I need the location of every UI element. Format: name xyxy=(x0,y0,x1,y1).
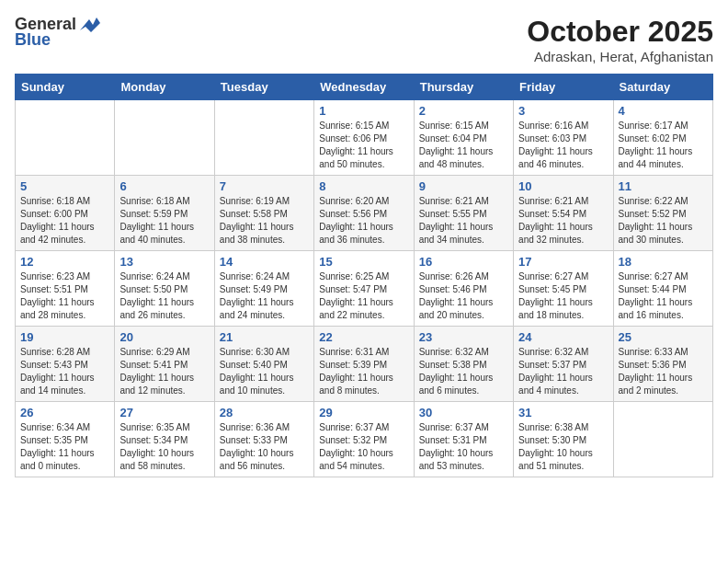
day-info: Sunrise: 6:27 AM Sunset: 5:45 PM Dayligh… xyxy=(518,270,608,322)
day-number: 22 xyxy=(319,330,408,344)
day-info: Sunrise: 6:32 AM Sunset: 5:37 PM Dayligh… xyxy=(518,346,608,397)
day-number: 29 xyxy=(319,406,408,419)
weekday-header-thursday: Thursday xyxy=(414,75,513,100)
day-info: Sunrise: 6:29 AM Sunset: 5:41 PM Dayligh… xyxy=(119,346,209,397)
day-number: 20 xyxy=(119,330,209,344)
svg-marker-0 xyxy=(80,17,100,32)
calendar-cell: 21Sunrise: 6:30 AM Sunset: 5:40 PM Dayli… xyxy=(214,327,313,402)
calendar-cell: 15Sunrise: 6:25 AM Sunset: 5:47 PM Dayli… xyxy=(314,251,414,327)
calendar-cell: 18Sunrise: 6:27 AM Sunset: 5:44 PM Dayli… xyxy=(613,251,712,327)
calendar-cell: 12Sunrise: 6:23 AM Sunset: 5:51 PM Dayli… xyxy=(16,251,115,327)
day-info: Sunrise: 6:34 AM Sunset: 5:35 PM Dayligh… xyxy=(20,421,109,473)
day-number: 27 xyxy=(119,406,209,419)
weekday-header-monday: Monday xyxy=(115,75,214,100)
day-number: 24 xyxy=(518,330,608,344)
calendar-cell: 28Sunrise: 6:36 AM Sunset: 5:33 PM Dayli… xyxy=(214,402,313,477)
weekday-header-wednesday: Wednesday xyxy=(314,75,414,100)
day-info: Sunrise: 6:23 AM Sunset: 5:51 PM Dayligh… xyxy=(20,270,109,322)
day-info: Sunrise: 6:26 AM Sunset: 5:46 PM Dayligh… xyxy=(419,270,508,322)
day-number: 7 xyxy=(220,179,309,193)
day-info: Sunrise: 6:37 AM Sunset: 5:31 PM Dayligh… xyxy=(419,421,508,473)
calendar-cell: 23Sunrise: 6:32 AM Sunset: 5:38 PM Dayli… xyxy=(414,327,513,402)
calendar-cell xyxy=(115,100,214,176)
day-info: Sunrise: 6:17 AM Sunset: 6:02 PM Dayligh… xyxy=(619,120,708,171)
calendar-cell: 24Sunrise: 6:32 AM Sunset: 5:37 PM Dayli… xyxy=(514,327,613,402)
day-number: 4 xyxy=(619,104,708,118)
calendar-cell: 5Sunrise: 6:18 AM Sunset: 6:00 PM Daylig… xyxy=(16,176,115,251)
month-title: October 2025 xyxy=(527,15,713,49)
day-info: Sunrise: 6:30 AM Sunset: 5:40 PM Dayligh… xyxy=(220,346,309,397)
calendar-cell: 9Sunrise: 6:21 AM Sunset: 5:55 PM Daylig… xyxy=(414,176,513,251)
day-number: 25 xyxy=(619,330,708,344)
day-number: 6 xyxy=(119,179,209,193)
day-info: Sunrise: 6:15 AM Sunset: 6:04 PM Dayligh… xyxy=(419,120,508,171)
calendar-cell: 6Sunrise: 6:18 AM Sunset: 5:59 PM Daylig… xyxy=(115,176,214,251)
calendar-cell: 1Sunrise: 6:15 AM Sunset: 6:06 PM Daylig… xyxy=(314,100,414,176)
calendar-cell: 22Sunrise: 6:31 AM Sunset: 5:39 PM Dayli… xyxy=(314,327,414,402)
day-info: Sunrise: 6:32 AM Sunset: 5:38 PM Dayligh… xyxy=(419,346,508,397)
calendar-cell: 17Sunrise: 6:27 AM Sunset: 5:45 PM Dayli… xyxy=(514,251,613,327)
weekday-header-row: SundayMondayTuesdayWednesdayThursdayFrid… xyxy=(16,75,713,100)
calendar-table: SundayMondayTuesdayWednesdayThursdayFrid… xyxy=(15,74,713,477)
calendar-cell: 30Sunrise: 6:37 AM Sunset: 5:31 PM Dayli… xyxy=(414,402,513,477)
day-number: 21 xyxy=(220,330,309,344)
logo: General Blue xyxy=(15,15,100,50)
day-info: Sunrise: 6:19 AM Sunset: 5:58 PM Dayligh… xyxy=(220,195,309,247)
day-info: Sunrise: 6:22 AM Sunset: 5:52 PM Dayligh… xyxy=(619,195,708,247)
weekday-header-sunday: Sunday xyxy=(16,75,115,100)
day-info: Sunrise: 6:25 AM Sunset: 5:47 PM Dayligh… xyxy=(319,270,408,322)
calendar-cell: 4Sunrise: 6:17 AM Sunset: 6:02 PM Daylig… xyxy=(613,100,712,176)
day-info: Sunrise: 6:27 AM Sunset: 5:44 PM Dayligh… xyxy=(619,270,708,322)
day-number: 1 xyxy=(319,104,408,118)
calendar-cell: 27Sunrise: 6:35 AM Sunset: 5:34 PM Dayli… xyxy=(115,402,214,477)
day-info: Sunrise: 6:38 AM Sunset: 5:30 PM Dayligh… xyxy=(518,421,608,473)
day-number: 9 xyxy=(419,179,508,193)
weekday-header-saturday: Saturday xyxy=(613,75,712,100)
logo-bird-icon xyxy=(80,17,100,32)
calendar-cell: 3Sunrise: 6:16 AM Sunset: 6:03 PM Daylig… xyxy=(514,100,613,176)
calendar-week-row: 1Sunrise: 6:15 AM Sunset: 6:06 PM Daylig… xyxy=(16,100,713,176)
page-header: General Blue October 2025 Adraskan, Hera… xyxy=(15,15,713,64)
calendar-cell: 10Sunrise: 6:21 AM Sunset: 5:54 PM Dayli… xyxy=(514,176,613,251)
day-info: Sunrise: 6:21 AM Sunset: 5:55 PM Dayligh… xyxy=(419,195,508,247)
calendar-cell: 31Sunrise: 6:38 AM Sunset: 5:30 PM Dayli… xyxy=(514,402,613,477)
calendar-week-row: 12Sunrise: 6:23 AM Sunset: 5:51 PM Dayli… xyxy=(16,251,713,327)
weekday-header-friday: Friday xyxy=(514,75,613,100)
calendar-cell: 16Sunrise: 6:26 AM Sunset: 5:46 PM Dayli… xyxy=(414,251,513,327)
calendar-cell: 13Sunrise: 6:24 AM Sunset: 5:50 PM Dayli… xyxy=(115,251,214,327)
calendar-cell: 20Sunrise: 6:29 AM Sunset: 5:41 PM Dayli… xyxy=(115,327,214,402)
title-area: October 2025 Adraskan, Herat, Afghanista… xyxy=(527,15,713,64)
calendar-cell: 26Sunrise: 6:34 AM Sunset: 5:35 PM Dayli… xyxy=(16,402,115,477)
calendar-cell: 2Sunrise: 6:15 AM Sunset: 6:04 PM Daylig… xyxy=(414,100,513,176)
calendar-cell xyxy=(16,100,115,176)
calendar-cell xyxy=(214,100,313,176)
day-number: 16 xyxy=(419,255,508,269)
calendar-cell xyxy=(613,402,712,477)
day-number: 31 xyxy=(518,406,608,419)
day-number: 13 xyxy=(119,255,209,269)
day-number: 17 xyxy=(518,255,608,269)
day-number: 2 xyxy=(419,104,508,118)
day-number: 28 xyxy=(220,406,309,419)
day-number: 14 xyxy=(220,255,309,269)
day-info: Sunrise: 6:33 AM Sunset: 5:36 PM Dayligh… xyxy=(619,346,708,397)
day-number: 15 xyxy=(319,255,408,269)
day-number: 5 xyxy=(20,179,109,193)
day-number: 30 xyxy=(419,406,508,419)
day-info: Sunrise: 6:24 AM Sunset: 5:49 PM Dayligh… xyxy=(220,270,309,322)
day-number: 11 xyxy=(619,179,708,193)
logo-blue-text: Blue xyxy=(15,30,51,50)
day-info: Sunrise: 6:28 AM Sunset: 5:43 PM Dayligh… xyxy=(20,346,109,397)
day-number: 10 xyxy=(518,179,608,193)
day-info: Sunrise: 6:35 AM Sunset: 5:34 PM Dayligh… xyxy=(119,421,209,473)
calendar-cell: 29Sunrise: 6:37 AM Sunset: 5:32 PM Dayli… xyxy=(314,402,414,477)
calendar-cell: 7Sunrise: 6:19 AM Sunset: 5:58 PM Daylig… xyxy=(214,176,313,251)
day-number: 12 xyxy=(20,255,109,269)
day-info: Sunrise: 6:37 AM Sunset: 5:32 PM Dayligh… xyxy=(319,421,408,473)
day-number: 19 xyxy=(20,330,109,344)
day-info: Sunrise: 6:16 AM Sunset: 6:03 PM Dayligh… xyxy=(518,120,608,171)
day-info: Sunrise: 6:21 AM Sunset: 5:54 PM Dayligh… xyxy=(518,195,608,247)
day-info: Sunrise: 6:18 AM Sunset: 6:00 PM Dayligh… xyxy=(20,195,109,247)
day-info: Sunrise: 6:31 AM Sunset: 5:39 PM Dayligh… xyxy=(319,346,408,397)
day-info: Sunrise: 6:18 AM Sunset: 5:59 PM Dayligh… xyxy=(119,195,209,247)
